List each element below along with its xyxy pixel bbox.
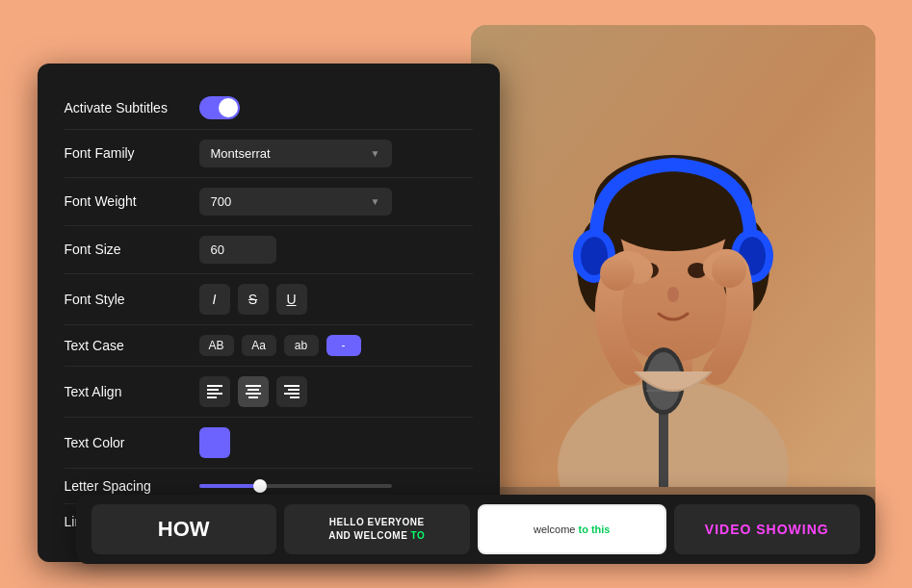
text-case-buttons: AB Aa ab - [199, 335, 473, 356]
subtitle-text-3: welcome to this [534, 524, 610, 535]
text-case-label: Text Case [65, 338, 199, 353]
text-color-label: Text Color [65, 435, 199, 450]
svg-rect-30 [246, 393, 261, 395]
titlecase-button[interactable]: Aa [242, 335, 276, 356]
font-style-row: Font Style I S U [65, 274, 473, 325]
font-family-select[interactable]: Montserrat ▼ [199, 140, 392, 167]
font-family-value: Montserrat [211, 146, 271, 161]
text-align-row: Text Align [65, 367, 473, 418]
svg-rect-31 [248, 396, 258, 398]
subtitle-text-1: HOW [158, 517, 210, 542]
letter-spacing-control [199, 484, 473, 488]
align-center-button[interactable] [238, 376, 269, 407]
strikethrough-button[interactable]: S [238, 284, 269, 315]
svg-rect-35 [290, 396, 300, 398]
letter-spacing-label: Letter Spacing [65, 478, 199, 494]
letter-spacing-fill [199, 484, 257, 488]
font-weight-arrow: ▼ [371, 196, 380, 207]
font-weight-row: Font Weight 700 ▼ [65, 178, 473, 226]
subtitle-text-2-highlight: TO [407, 530, 425, 541]
font-weight-control: 700 ▼ [199, 188, 473, 216]
person-illustration [471, 25, 875, 535]
activate-subtitles-label: Activate Subtitles [65, 100, 199, 115]
font-size-label: Font Size [65, 242, 199, 257]
font-size-input[interactable]: 60 [199, 236, 276, 264]
text-align-label: Text Align [65, 384, 199, 399]
text-case-row: Text Case AB Aa ab - [65, 325, 473, 367]
subtitles-toggle[interactable] [199, 96, 240, 119]
align-left-icon [207, 385, 222, 398]
uppercase-button[interactable]: AB [199, 335, 234, 356]
subtitle-text-2-line2: AND WELCOME TO [328, 529, 425, 543]
font-style-label: Font Style [65, 292, 199, 307]
font-size-value: 60 [211, 243, 224, 257]
letter-spacing-track [199, 484, 392, 488]
font-style-buttons: I S U [199, 284, 473, 315]
text-align-control [199, 376, 473, 407]
subtitle-text-2-line1: HELLO EVERYONE [328, 516, 425, 529]
text-align-buttons [199, 376, 473, 407]
svg-rect-28 [246, 385, 261, 387]
font-weight-value: 700 [211, 194, 232, 209]
text-color-control [199, 427, 473, 458]
video-panel-inner [471, 25, 875, 535]
underline-button[interactable]: U [276, 284, 307, 315]
subtitle-option-2[interactable]: HELLO EVERYONE AND WELCOME TO [284, 504, 470, 554]
font-style-control: I S U [199, 284, 473, 315]
italic-button[interactable]: I [199, 284, 230, 315]
font-size-row: Font Size 60 [65, 226, 473, 274]
subtitle-text-4: VIDEO SHOWING [705, 522, 829, 537]
subtitle-text-3-highlight: to this [578, 524, 610, 535]
font-family-label: Font Family [65, 145, 199, 161]
svg-point-15 [600, 256, 635, 291]
text-color-swatch[interactable] [199, 427, 230, 458]
svg-rect-27 [207, 396, 217, 398]
svg-rect-29 [248, 389, 259, 391]
svg-rect-33 [288, 389, 300, 391]
svg-rect-25 [207, 389, 219, 391]
font-family-arrow: ▼ [371, 148, 380, 159]
none-case-button[interactable]: - [326, 335, 361, 356]
font-weight-select[interactable]: 700 ▼ [199, 188, 392, 216]
letter-spacing-slider[interactable] [199, 484, 392, 488]
svg-rect-32 [284, 385, 300, 387]
align-center-icon [246, 385, 261, 398]
align-left-button[interactable] [199, 376, 230, 407]
font-weight-label: Font Weight [65, 193, 199, 209]
svg-rect-34 [284, 393, 300, 395]
subtitle-bar: HOW HELLO EVERYONE AND WELCOME TO welcom… [76, 495, 875, 564]
subtitle-option-1[interactable]: HOW [91, 504, 277, 554]
video-panel [471, 25, 875, 535]
svg-rect-26 [207, 393, 222, 395]
svg-rect-24 [207, 385, 222, 387]
activate-subtitles-row: Activate Subtitles [65, 87, 473, 130]
subtitle-option-4[interactable]: VIDEO SHOWING [674, 504, 860, 554]
letter-spacing-thumb[interactable] [253, 479, 267, 493]
scene: Activate Subtitles Font Family Montserra… [38, 25, 875, 564]
font-size-control: 60 [199, 236, 473, 264]
font-family-row: Font Family Montserrat ▼ [65, 130, 473, 178]
align-right-button[interactable] [276, 376, 307, 407]
svg-point-16 [712, 253, 746, 288]
text-case-control: AB Aa ab - [199, 335, 473, 356]
text-color-row: Text Color [65, 418, 473, 469]
svg-point-13 [667, 287, 679, 302]
lowercase-button[interactable]: ab [284, 335, 319, 356]
font-family-control: Montserrat ▼ [199, 140, 473, 167]
settings-panel: Activate Subtitles Font Family Montserra… [38, 64, 500, 562]
subtitle-text-2: HELLO EVERYONE AND WELCOME TO [328, 516, 425, 543]
activate-subtitles-control [199, 96, 473, 119]
subtitle-option-3[interactable]: welcome to this [478, 504, 667, 554]
align-right-icon [284, 385, 300, 398]
